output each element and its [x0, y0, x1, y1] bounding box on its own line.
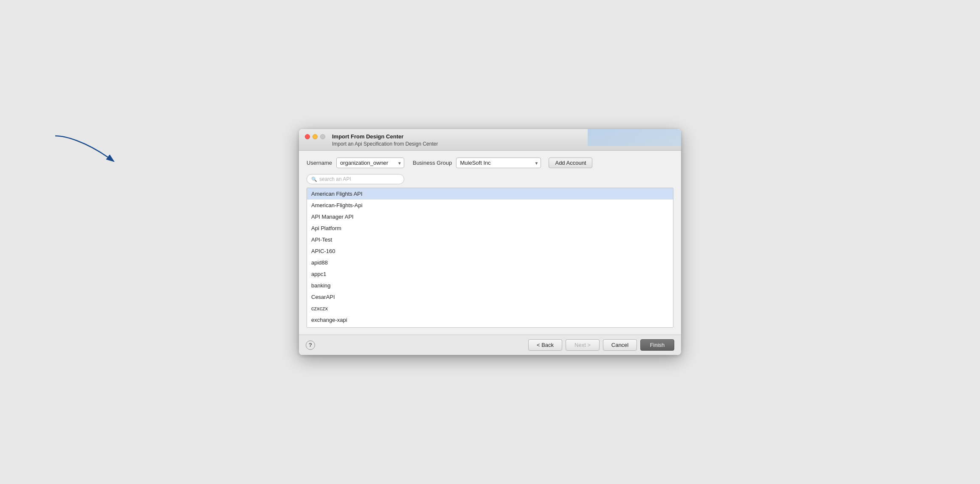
list-item[interactable]: banking — [307, 280, 673, 291]
username-select-wrapper: organization_owner ▼ — [336, 158, 404, 168]
titlebar: Import From Design Center Import an Api … — [299, 129, 681, 151]
list-item[interactable]: American Flights API — [307, 188, 673, 200]
search-icon: 🔍 — [311, 177, 317, 182]
bottom-right: < Back Next > Cancel Finish — [528, 339, 674, 351]
business-group-select[interactable]: MuleSoft Inc — [456, 158, 541, 168]
back-button[interactable]: < Back — [528, 339, 562, 351]
list-item[interactable]: apid88 — [307, 257, 673, 268]
help-button[interactable]: ? — [306, 340, 315, 350]
business-group-select-wrapper: MuleSoft Inc ▼ — [456, 158, 541, 168]
maximize-button — [320, 134, 325, 139]
finish-button[interactable]: Finish — [640, 339, 674, 351]
content-area: Username organization_owner ▼ Business G… — [299, 151, 681, 335]
list-item[interactable]: Api Platform — [307, 222, 673, 234]
list-item[interactable]: API Manager API — [307, 211, 673, 222]
bottom-bar: ? < Back Next > Cancel Finish — [299, 335, 681, 355]
minimize-button[interactable] — [313, 134, 318, 139]
list-item[interactable]: American-Flights-Api — [307, 200, 673, 211]
traffic-lights — [305, 133, 325, 139]
username-select[interactable]: organization_owner — [336, 158, 404, 168]
title-gradient — [588, 129, 681, 146]
api-list-container[interactable]: American Flights APIAmerican-Flights-Api… — [307, 188, 673, 328]
main-window: Import From Design Center Import an Api … — [299, 129, 681, 355]
list-item[interactable]: exchange-xapi — [307, 314, 673, 326]
add-account-button[interactable]: Add Account — [549, 158, 592, 168]
list-item[interactable]: czxczx — [307, 303, 673, 314]
close-button[interactable] — [305, 134, 310, 139]
list-item[interactable]: APIC-160 — [307, 245, 673, 257]
search-wrapper: 🔍 — [307, 174, 404, 184]
list-item[interactable]: CesarAPI — [307, 291, 673, 303]
business-group-label: Business Group — [413, 160, 452, 166]
bottom-left: ? — [306, 340, 315, 350]
arrow-annotation — [51, 132, 119, 175]
list-item[interactable]: appc1 — [307, 268, 673, 280]
next-button[interactable]: Next > — [566, 339, 600, 351]
search-row: 🔍 — [307, 174, 673, 184]
controls-row: Username organization_owner ▼ Business G… — [307, 158, 673, 168]
cancel-button[interactable]: Cancel — [603, 339, 637, 351]
list-item[interactable]: API-Test — [307, 234, 673, 245]
username-label: Username — [307, 160, 332, 166]
list-item[interactable]: fbarrios-github-api — [307, 326, 673, 328]
search-input[interactable] — [319, 176, 400, 182]
